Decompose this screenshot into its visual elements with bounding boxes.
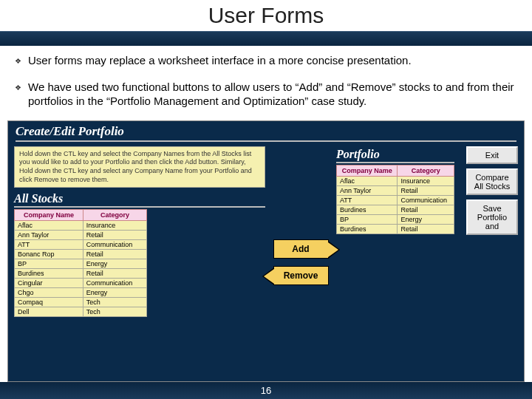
table-row: Ann TaylorRetail [15,231,147,240]
bullet-marker-icon: ❖ [15,53,28,68]
slide-body: ❖ User forms may replace a worksheet int… [0,46,532,120]
table-row: BPEnergy [15,259,147,269]
exit-button[interactable]: Exit [466,146,518,164]
table-row: CompaqTech [15,298,147,307]
bullet-text: User forms may replace a worksheet inter… [28,53,517,68]
table-row: AflacInsurance [15,221,147,231]
slide-title-area: User Forms [0,0,532,31]
bullet-text: We have used two functional buttons to a… [28,80,517,109]
bullet-marker-icon: ❖ [15,80,28,109]
col-category: Category [83,210,146,221]
table-row: ATTCommunication [337,195,454,205]
form-title: Create/Edit Portfolio [8,121,524,143]
col-company: Company Name [15,210,83,221]
compare-button[interactable]: Compare All Stocks [466,168,518,195]
remove-button[interactable]: Remove [273,266,329,285]
slide-footer: 16 [0,382,532,399]
portfolio-label: Portfolio [336,146,454,165]
table-row: CingularCommunication [15,279,147,288]
table-row: DellTech [15,307,147,317]
table-row: ChgoEnergy [15,288,147,298]
table-row: BurdinesRetail [337,205,454,214]
form-instructions: Hold down the CTL key and select the Com… [14,146,265,188]
col-category: Category [398,165,454,176]
table-row: BurdinesRetail [15,269,147,279]
userform-screenshot: Create/Edit Portfolio Hold down the CTL … [7,120,525,383]
all-stocks-label: All Stocks [14,191,265,209]
add-button[interactable]: Add [273,239,329,259]
col-company: Company Name [337,165,398,176]
table-row: BPEnergy [337,214,454,224]
page-number: 16 [261,385,271,396]
table-row: AflacInsurance [337,176,454,185]
table-row: Bonanc RopRetail [15,250,147,259]
all-stocks-table[interactable]: Company NameCategory AflacInsurance Ann … [14,209,147,317]
save-button[interactable]: Save Portfolio and [466,200,518,235]
bullet-item: ❖ We have used two functional buttons to… [15,80,517,109]
table-row: Ann TaylorRetail [337,185,454,195]
title-underline [0,31,532,46]
slide-title: User Forms [0,3,532,28]
bullet-item: ❖ User forms may replace a worksheet int… [15,53,517,68]
table-row: BurdinesRetail [337,224,454,233]
table-row: ATTCommunication [15,240,147,250]
portfolio-table[interactable]: Company NameCategory AflacInsurance Ann … [336,165,454,234]
